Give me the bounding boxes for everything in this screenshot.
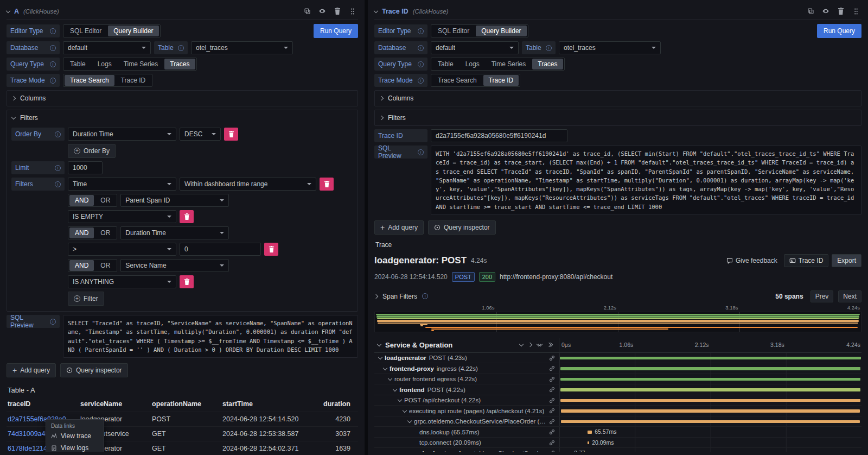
collapse-chevron-icon[interactable] <box>407 419 412 423</box>
filter-field-select[interactable]: Service Name <box>120 259 229 272</box>
span-link-icon[interactable] <box>549 376 559 382</box>
collapse-chevron-icon[interactable] <box>412 450 417 452</box>
collapse-chevron-icon[interactable] <box>383 365 387 370</box>
span-link-icon[interactable] <box>549 408 559 414</box>
query-inspector-button[interactable]: Query inspector <box>60 363 128 377</box>
info-icon[interactable]: i <box>50 45 56 51</box>
span-bar[interactable] <box>560 399 860 402</box>
duplicate-query-icon[interactable] <box>302 6 312 17</box>
span-bar[interactable] <box>588 431 592 434</box>
option-and[interactable]: AND <box>69 195 94 206</box>
option-traces[interactable]: Traces <box>164 59 195 69</box>
table-select[interactable]: otel_traces <box>559 41 661 54</box>
info-icon[interactable]: i <box>418 28 424 34</box>
span-row[interactable]: loadgeneratorPOST (4.23s) <box>374 353 861 364</box>
span-row[interactable]: router frontend egress (4.22s) <box>374 374 861 385</box>
drag-handle-icon[interactable] <box>347 6 358 17</box>
column-header-serviceName[interactable]: serviceName <box>79 396 151 412</box>
option-table[interactable]: Table <box>65 59 91 69</box>
collapse-chevron-icon[interactable] <box>403 408 407 412</box>
option-sql-editor[interactable]: SQL Editor <box>432 26 475 36</box>
filter-field-select[interactable]: Duration Time <box>120 226 229 239</box>
filters-collapse-header[interactable]: Filters <box>375 110 861 125</box>
trace-id-button[interactable]: Trace ID <box>784 254 829 267</box>
table-select[interactable]: otel_traces <box>191 41 293 54</box>
database-select[interactable]: default <box>431 41 519 54</box>
span-bar[interactable] <box>560 357 861 360</box>
add-query-button[interactable]: +Add query <box>7 363 56 377</box>
span-bar[interactable] <box>561 420 859 424</box>
span-row[interactable]: grpc.oteldemo.CheckoutService/PlaceOrder… <box>374 416 861 427</box>
trace-mode-toggle[interactable]: Trace SearchTrace ID <box>431 74 520 87</box>
delete-filter-button[interactable] <box>180 210 194 223</box>
span-row[interactable]: tcp.connect (20.09ms)20.09ms <box>374 438 861 448</box>
span-bar[interactable] <box>588 441 589 445</box>
info-icon[interactable]: i <box>50 61 56 67</box>
add-query-button[interactable]: +Add query <box>374 220 424 235</box>
remove-filter-button[interactable] <box>320 178 334 191</box>
delete-query-icon[interactable] <box>332 6 343 17</box>
view-trace-menu-item[interactable]: View trace <box>46 430 104 442</box>
info-icon[interactable]: i <box>422 293 428 299</box>
database-select[interactable]: default <box>63 41 151 54</box>
delete-query-icon[interactable] <box>835 6 846 17</box>
span-row[interactable]: dns.lookup (65.57ms)65.57ms <box>374 427 861 438</box>
span-link-icon[interactable] <box>549 429 559 435</box>
option-query-builder[interactable]: Query Builder <box>476 26 526 36</box>
info-icon[interactable]: i <box>178 45 184 51</box>
span-row[interactable]: frontend-proxyingress (4.22s) <box>374 363 861 374</box>
info-icon[interactable]: i <box>55 131 61 137</box>
info-icon[interactable]: i <box>50 78 56 84</box>
info-icon[interactable]: i <box>418 61 424 67</box>
filter-operator-select[interactable]: Within dashboard time range <box>180 178 316 191</box>
option-or[interactable]: OR <box>95 260 116 271</box>
collapse-all-icon[interactable] <box>537 344 542 346</box>
span-row[interactable]: executing api route (pages) /api/checkou… <box>374 406 861 416</box>
and-or-toggle[interactable]: ANDOR <box>68 194 117 207</box>
collapse-chevron-icon[interactable] <box>374 8 378 12</box>
option-trace-search[interactable]: Trace Search <box>65 75 114 86</box>
info-icon[interactable]: i <box>418 45 424 51</box>
option-query-builder[interactable]: Query Builder <box>108 26 158 36</box>
query-type-toggle[interactable]: TableLogsTime SeriesTraces <box>431 58 565 71</box>
order-by-field-select[interactable]: Duration Time <box>68 128 176 141</box>
next-span-button[interactable]: Next <box>838 290 861 302</box>
delete-filter-button[interactable] <box>180 275 194 288</box>
view-logs-menu-item[interactable]: View logs <box>46 442 104 452</box>
query-inspector-button[interactable]: Query inspector <box>428 220 496 235</box>
editor-type-toggle[interactable]: SQL EditorQuery Builder <box>431 24 528 37</box>
columns-collapse-header[interactable]: Columns <box>375 91 861 106</box>
add-order-by-button[interactable]: +Order By <box>68 144 116 158</box>
span-bar[interactable] <box>560 367 861 370</box>
span-link-icon[interactable] <box>549 355 559 361</box>
expand-all-icon[interactable] <box>547 343 552 346</box>
query-type-toggle[interactable]: TableLogsTime SeriesTraces <box>63 58 197 71</box>
and-or-toggle[interactable]: ANDOR <box>68 259 117 272</box>
info-icon[interactable]: i <box>546 45 552 51</box>
option-logs[interactable]: Logs <box>460 59 485 69</box>
info-icon[interactable]: i <box>50 28 56 34</box>
span-link-icon[interactable] <box>549 387 559 393</box>
remove-order-by-button[interactable] <box>224 128 238 141</box>
option-time-series[interactable]: Time Series <box>486 59 532 69</box>
info-icon[interactable]: i <box>50 319 56 325</box>
info-icon[interactable]: i <box>418 78 424 84</box>
editor-type-toggle[interactable]: SQL EditorQuery Builder <box>63 24 161 37</box>
and-or-toggle[interactable]: ANDOR <box>68 226 117 239</box>
order-by-direction-select[interactable]: DESC <box>180 128 221 141</box>
option-or[interactable]: OR <box>95 228 116 238</box>
filters-collapse-header[interactable]: Filters <box>7 110 358 125</box>
span-row[interactable]: checkoutserviceoteldemo.CheckoutService/… <box>374 448 861 452</box>
limit-input[interactable]: 1000 <box>68 161 103 174</box>
filter-value-input[interactable]: 0 <box>180 243 261 256</box>
collapse-chevron-icon[interactable] <box>398 397 402 402</box>
option-and[interactable]: AND <box>69 260 94 271</box>
span-bar[interactable] <box>560 378 861 381</box>
filter-operator-select[interactable]: IS EMPTY <box>68 210 176 223</box>
span-link-icon[interactable] <box>549 440 559 446</box>
span-link-icon[interactable] <box>549 450 559 452</box>
collapse-chevron-icon[interactable] <box>6 8 10 12</box>
collapse-chevron-icon[interactable] <box>378 355 382 359</box>
give-feedback-button[interactable]: Give feedback <box>723 254 781 267</box>
chevron-down-icon[interactable] <box>377 342 381 346</box>
